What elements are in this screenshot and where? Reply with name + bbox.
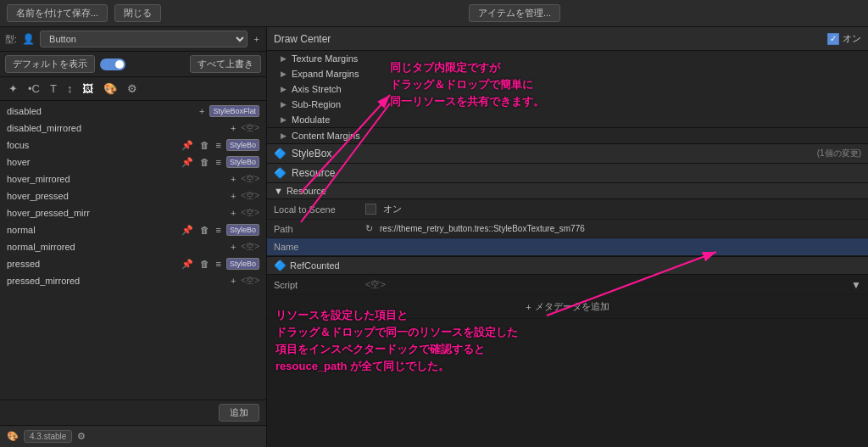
- list-item: focus 📌 🗑 ≡ StyleBo: [0, 137, 266, 154]
- texture-margins-row[interactable]: ▶ Texture Margins: [267, 51, 868, 66]
- add-item-button[interactable]: +: [229, 242, 237, 252]
- type-select[interactable]: Button: [40, 31, 248, 47]
- collapse-arrow-icon: ▼: [274, 186, 283, 196]
- add-item-button[interactable]: +: [229, 191, 237, 201]
- content-margins-row[interactable]: ▶ Content Margins: [267, 128, 868, 143]
- menu-button[interactable]: ≡: [214, 157, 223, 167]
- local-to-scene-row: Local to Scene オン: [267, 199, 868, 220]
- toolbar-icon-4[interactable]: ↕: [64, 81, 76, 97]
- item-name: normal: [7, 225, 176, 235]
- toolbar-icon-2[interactable]: •C: [25, 81, 43, 97]
- delete-button[interactable]: 🗑: [198, 157, 211, 167]
- resource-section-label: Resource: [287, 186, 326, 196]
- item-name: pressed: [7, 259, 176, 269]
- on-checkbox[interactable]: [827, 33, 839, 45]
- path-value: res://theme_retry_button.tres::StyleBoxT…: [380, 224, 861, 233]
- save-button[interactable]: 名前を付けて保存...: [7, 4, 108, 22]
- theme-icon: 🎨: [7, 431, 19, 442]
- empty-preview: <空>: [241, 173, 259, 185]
- default-display-button[interactable]: デフォルトを表示: [5, 55, 95, 73]
- stylebox-header: 🔷 StyleBox (1個の変更): [267, 144, 868, 164]
- menu-button[interactable]: ≡: [214, 259, 223, 269]
- list-item: pressed 📌 🗑 ≡ StyleBo: [0, 255, 266, 272]
- add-item-button[interactable]: +: [229, 276, 237, 286]
- add-item-button[interactable]: +: [229, 208, 237, 218]
- expand-margins-row[interactable]: ▶ Expand Margins: [267, 66, 868, 81]
- add-metadata-button[interactable]: + メタデータを追加: [526, 300, 609, 313]
- menu-button[interactable]: ≡: [214, 225, 223, 235]
- on-checkbox-row: オン: [827, 32, 861, 45]
- resource-section-header: 🔷 Resource: [267, 164, 868, 183]
- local-to-scene-checkbox[interactable]: [365, 204, 376, 215]
- left-panel: 型: 👤 Button + デフォルトを表示 すべて上書き ✦ •C T ↕ 🖼…: [0, 27, 267, 447]
- version-badge: 4.3.stable: [24, 430, 72, 443]
- name-key: Name: [274, 242, 359, 252]
- refcounted-header: 🔷 RefCounted: [267, 256, 868, 275]
- overwrite-button[interactable]: すべて上書き: [190, 55, 261, 73]
- type-icon: 👤: [22, 33, 35, 45]
- add-item-button[interactable]: +: [229, 123, 237, 133]
- item-name: hover: [7, 157, 176, 167]
- metadata-row: + メタデータを追加: [267, 295, 868, 319]
- arrow-icon: ▶: [281, 100, 287, 109]
- icon-toolbar: ✦ •C T ↕ 🖼 🎨 ⚙: [0, 77, 266, 101]
- expand-margins-label: Expand Margins: [292, 69, 359, 79]
- item-name: disabled: [7, 106, 194, 116]
- list-item: normal_mirrored + <空>: [0, 238, 266, 255]
- delete-button[interactable]: 🗑: [198, 259, 211, 269]
- content-margins-label: Content Margins: [292, 131, 360, 141]
- list-item: pressed_mirrored + <空>: [0, 272, 266, 289]
- toolbar-icon-5[interactable]: 🖼: [79, 81, 97, 97]
- theme-list: disabled + StyleBoxFlat disabled_mirrore…: [0, 101, 266, 400]
- list-item: disabled + StyleBoxFlat: [0, 103, 266, 120]
- refresh-icon[interactable]: ↻: [365, 223, 373, 234]
- local-to-scene-key: Local to Scene: [274, 204, 359, 215]
- main-layout: 型: 👤 Button + デフォルトを表示 すべて上書き ✦ •C T ↕ 🖼…: [0, 27, 868, 447]
- toolbar-icon-1[interactable]: ✦: [5, 81, 21, 97]
- plus-icon: +: [526, 302, 531, 312]
- add-type-button[interactable]: +: [253, 34, 261, 44]
- toggle-switch[interactable]: [100, 59, 125, 70]
- item-name: disabled_mirrored: [7, 123, 225, 133]
- modulate-row[interactable]: ▶ Modulate: [267, 112, 868, 127]
- sub-region-row[interactable]: ▶ Sub-Region: [267, 97, 868, 112]
- toolbar-icon-7[interactable]: ⚙: [124, 81, 141, 97]
- on-label: オン: [843, 32, 861, 45]
- delete-button[interactable]: 🗑: [198, 225, 211, 235]
- empty-preview: <空>: [241, 241, 259, 253]
- manage-button-area: アイテムを管理...: [168, 4, 861, 22]
- resource-icon: 🔷: [274, 167, 287, 179]
- menu-button[interactable]: ≡: [214, 140, 223, 150]
- add-item-button[interactable]: +: [198, 106, 206, 116]
- arrow-icon: ▶: [281, 54, 287, 63]
- delete-button[interactable]: 🗑: [198, 140, 211, 150]
- draw-center-header: Draw Center オン: [267, 27, 868, 51]
- manage-button[interactable]: アイテムを管理...: [469, 4, 560, 22]
- settings-icon: ⚙: [77, 431, 86, 442]
- script-key: Script: [274, 280, 359, 290]
- top-bar: 名前を付けて保存... 閉じる アイテムを管理...: [0, 0, 868, 27]
- theme-bar: 🎨 4.3.stable ⚙: [0, 425, 266, 447]
- dropdown-icon[interactable]: ▼: [851, 279, 861, 291]
- item-name: pressed_mirrored: [7, 276, 225, 286]
- item-name: normal_mirrored: [7, 242, 225, 252]
- texture-margins-label: Texture Margins: [292, 53, 358, 64]
- pin-button[interactable]: 📌: [180, 157, 195, 168]
- pin-button[interactable]: 📌: [180, 225, 195, 236]
- axis-stretch-row[interactable]: ▶ Axis Stretch: [267, 81, 868, 97]
- local-to-scene-value: オン: [383, 203, 861, 215]
- list-item: hover 📌 🗑 ≡ StyleBo: [0, 154, 266, 170]
- pin-button[interactable]: 📌: [180, 259, 195, 270]
- add-item-button[interactable]: +: [229, 174, 237, 184]
- toolbar-icon-3[interactable]: T: [47, 81, 60, 97]
- close-button[interactable]: 閉じる: [114, 4, 161, 22]
- empty-preview: <空>: [241, 190, 259, 202]
- resource-header: ▼ Resource: [267, 183, 868, 199]
- add-button[interactable]: 追加: [219, 404, 259, 422]
- resource-label: Resource: [292, 167, 335, 179]
- pin-button[interactable]: 📌: [180, 140, 195, 151]
- stylebox-preview: StyleBo: [226, 139, 259, 151]
- item-name: hover_mirrored: [7, 174, 225, 184]
- list-item: hover_pressed_mirr + <空>: [0, 204, 266, 221]
- toolbar-icon-6[interactable]: 🎨: [100, 81, 120, 97]
